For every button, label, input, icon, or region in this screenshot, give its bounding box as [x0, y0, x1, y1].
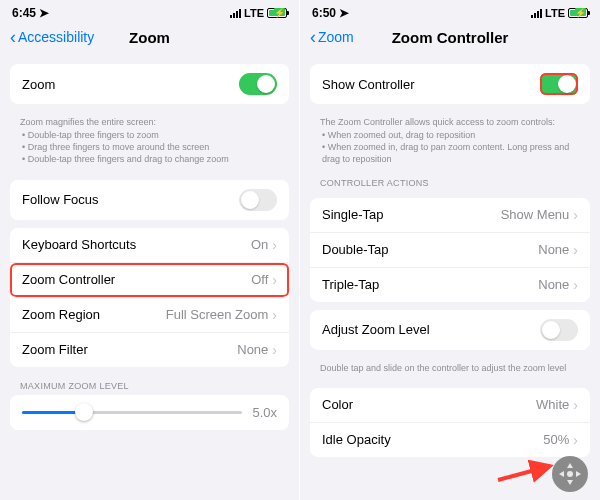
chevron-left-icon: ‹	[310, 28, 316, 46]
chevron-left-icon: ‹	[10, 28, 16, 46]
show-controller-row[interactable]: Show Controller	[310, 64, 590, 104]
adjust-zoom-toggle[interactable]	[540, 319, 578, 341]
show-controller-toggle[interactable]	[540, 73, 578, 95]
back-label: Accessibility	[18, 29, 94, 45]
max-zoom-header: MAXIMUM ZOOM LEVEL	[0, 375, 299, 393]
chevron-right-icon: ›	[272, 272, 277, 288]
controller-help-text: The Zoom Controller allows quick access …	[300, 112, 600, 172]
keyboard-shortcuts-row[interactable]: Keyboard Shortcuts On›	[10, 228, 289, 263]
chevron-right-icon: ›	[573, 432, 578, 448]
location-icon: ➤	[39, 6, 49, 20]
show-controller-section: Show Controller	[310, 64, 590, 104]
options-section: Keyboard Shortcuts On› Zoom Controller O…	[10, 228, 289, 367]
back-button[interactable]: ‹ Zoom	[310, 28, 354, 46]
signal-icon	[230, 9, 241, 18]
status-time: 6:45	[12, 6, 36, 20]
follow-focus-label: Follow Focus	[22, 192, 99, 207]
chevron-right-icon: ›	[573, 207, 578, 223]
follow-focus-toggle[interactable]	[239, 189, 277, 211]
chevron-right-icon: ›	[272, 307, 277, 323]
triple-tap-row[interactable]: Triple-Tap None›	[310, 268, 590, 302]
chevron-right-icon: ›	[573, 242, 578, 258]
network-label: LTE	[545, 7, 565, 19]
follow-focus-section: Follow Focus	[10, 180, 289, 220]
status-bar: 6:45 ➤ LTE ⚡	[0, 0, 299, 22]
battery-icon: ⚡	[568, 8, 588, 18]
svg-point-1	[567, 471, 573, 477]
chevron-right-icon: ›	[573, 397, 578, 413]
slider-thumb[interactable]	[75, 403, 93, 421]
zoom-region-row[interactable]: Zoom Region Full Screen Zoom›	[10, 298, 289, 333]
max-zoom-slider-row: 5.0x	[10, 395, 289, 430]
zoom-row[interactable]: Zoom	[10, 64, 289, 104]
appearance-section: Color White› Idle Opacity 50%›	[310, 388, 590, 457]
double-tap-row[interactable]: Double-Tap None›	[310, 233, 590, 268]
chevron-right-icon: ›	[573, 277, 578, 293]
follow-focus-row[interactable]: Follow Focus	[10, 180, 289, 220]
back-button[interactable]: ‹ Accessibility	[10, 28, 94, 46]
chevron-right-icon: ›	[272, 342, 277, 358]
annotation-arrow-icon	[496, 460, 556, 484]
status-bar: 6:50 ➤ LTE ⚡	[300, 0, 600, 22]
location-icon: ➤	[339, 6, 349, 20]
color-row[interactable]: Color White›	[310, 388, 590, 423]
phone-zoom-controller-settings: 6:50 ➤ LTE ⚡ ‹ Zoom Zoom Controller Show…	[300, 0, 600, 500]
adjust-zoom-row[interactable]: Adjust Zoom Level	[310, 310, 590, 350]
adjust-zoom-section: Adjust Zoom Level	[310, 310, 590, 350]
phone-zoom-settings: 6:45 ➤ LTE ⚡ ‹ Accessibility Zoom Zoom Z…	[0, 0, 300, 500]
max-zoom-value: 5.0x	[252, 405, 277, 420]
zoom-controller-row[interactable]: Zoom Controller Off›	[10, 263, 289, 298]
signal-icon	[531, 9, 542, 18]
controller-actions-header: CONTROLLER ACTIONS	[300, 172, 600, 190]
nav-bar: ‹ Accessibility Zoom	[0, 22, 299, 56]
adjust-zoom-help: Double tap and slide on the controller t…	[300, 358, 600, 380]
status-time: 6:50	[312, 6, 336, 20]
single-tap-row[interactable]: Single-Tap Show Menu›	[310, 198, 590, 233]
dpad-icon	[556, 460, 584, 488]
battery-icon: ⚡	[267, 8, 287, 18]
zoom-toggle[interactable]	[239, 73, 277, 95]
zoom-label: Zoom	[22, 77, 55, 92]
max-zoom-slider[interactable]	[22, 411, 242, 414]
back-label: Zoom	[318, 29, 354, 45]
idle-opacity-row[interactable]: Idle Opacity 50%›	[310, 423, 590, 457]
zoom-help-text: Zoom magnifies the entire screen: Double…	[0, 112, 299, 172]
nav-bar: ‹ Zoom Zoom Controller	[300, 22, 600, 56]
zoom-filter-row[interactable]: Zoom Filter None›	[10, 333, 289, 367]
zoom-toggle-section: Zoom	[10, 64, 289, 104]
network-label: LTE	[244, 7, 264, 19]
chevron-right-icon: ›	[272, 237, 277, 253]
svg-line-0	[498, 466, 550, 480]
zoom-controller-widget[interactable]	[552, 456, 588, 492]
controller-actions-section: Single-Tap Show Menu› Double-Tap None› T…	[310, 198, 590, 302]
